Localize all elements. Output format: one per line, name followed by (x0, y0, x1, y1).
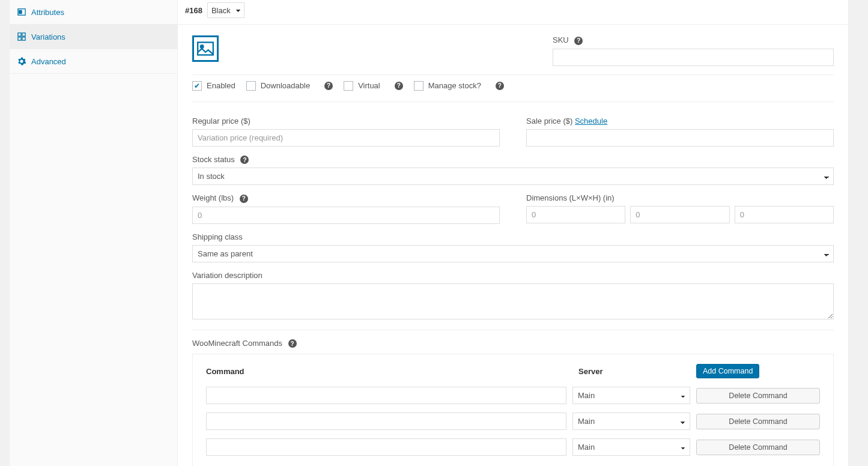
variation-header: #168 Black (178, 0, 848, 25)
dimensions-label: Dimensions (L×W×H) (in) (526, 193, 834, 202)
regular-price-input[interactable] (192, 129, 500, 147)
variation-id: #168 (185, 6, 202, 15)
gear-icon (17, 56, 26, 66)
checkbox-icon (344, 81, 353, 91)
commands-header-command: Command (206, 367, 578, 376)
sku-input[interactable] (553, 49, 834, 66)
help-icon[interactable] (288, 339, 297, 348)
attributes-icon (17, 7, 26, 17)
product-data-tabs: Attributes Variations Advanced (10, 0, 178, 466)
checkbox-icon (192, 81, 202, 91)
sidebar-item-label: Variations (31, 32, 65, 41)
command-input[interactable] (206, 387, 566, 404)
delete-command-button[interactable]: Delete Command (696, 414, 820, 429)
sidebar-item-label: Attributes (31, 8, 64, 17)
help-icon[interactable] (574, 37, 583, 45)
manage-stock-checkbox[interactable]: Manage stock? (414, 81, 481, 91)
variation-attribute-select[interactable]: Black (207, 2, 244, 18)
enabled-checkbox[interactable]: Enabled (192, 81, 235, 91)
stock-status-label: Stock status (192, 155, 834, 165)
help-icon[interactable] (496, 82, 504, 90)
help-icon[interactable] (240, 195, 248, 203)
variation-description-label: Variation description (192, 271, 834, 280)
svg-rect-3 (22, 33, 25, 36)
sidebar-item-attributes[interactable]: Attributes (10, 0, 177, 25)
weight-label: Weight (lbs) (192, 193, 500, 203)
virtual-checkbox[interactable]: Virtual (344, 81, 380, 91)
dimension-length-input[interactable] (526, 206, 625, 223)
dimension-height-input[interactable] (735, 206, 834, 223)
help-icon[interactable] (395, 82, 403, 90)
schedule-link[interactable]: Schedule (575, 116, 607, 126)
svg-rect-2 (18, 33, 21, 36)
regular-price-label: Regular price ($) (192, 116, 500, 126)
sidebar-item-advanced[interactable]: Advanced (10, 49, 177, 74)
sale-price-input[interactable] (526, 129, 834, 147)
command-row: Main Delete Command (206, 413, 820, 430)
variation-image-upload[interactable] (192, 35, 219, 62)
sale-price-label: Sale price ($) Schedule (526, 116, 834, 126)
variation-description-textarea[interactable] (192, 283, 834, 319)
command-input[interactable] (206, 438, 566, 456)
svg-rect-1 (19, 10, 22, 13)
command-server-select[interactable]: Main (572, 387, 690, 404)
downloadable-checkbox[interactable]: Downloadable (246, 81, 310, 91)
variation-options-row: Enabled Downloadable Virtual Manage s (192, 74, 834, 102)
command-server-select[interactable]: Main (572, 413, 690, 430)
add-command-button[interactable]: Add Command (696, 364, 759, 378)
shipping-class-select[interactable]: Same as parent (192, 245, 834, 262)
command-row: Main Delete Command (206, 438, 820, 456)
commands-header-server: Server (578, 367, 696, 376)
checkbox-icon (246, 81, 256, 91)
dimension-width-input[interactable] (630, 206, 729, 223)
command-server-select[interactable]: Main (572, 438, 690, 456)
help-icon[interactable] (324, 82, 333, 90)
sidebar-item-variations[interactable]: Variations (10, 25, 177, 49)
variations-icon (17, 32, 26, 41)
shipping-class-label: Shipping class (192, 232, 834, 241)
delete-command-button[interactable]: Delete Command (696, 440, 820, 455)
stock-status-select[interactable]: In stock (192, 168, 834, 185)
sidebar-item-label: Advanced (31, 57, 66, 66)
checkbox-icon (414, 81, 423, 91)
variation-panel: #168 Black SKU (178, 0, 849, 466)
help-icon[interactable] (240, 156, 249, 164)
weight-input[interactable] (192, 207, 500, 224)
commands-panel: Command Server Add Command Main Delete C… (192, 354, 834, 466)
svg-rect-5 (22, 37, 25, 40)
woominecraft-label: WooMinecraft Commands (192, 339, 297, 348)
command-row: Main Delete Command (206, 387, 820, 404)
sku-label: SKU (553, 35, 834, 45)
svg-rect-4 (18, 37, 21, 40)
svg-point-7 (201, 45, 204, 48)
command-input[interactable] (206, 413, 566, 430)
delete-command-button[interactable]: Delete Command (696, 388, 820, 404)
